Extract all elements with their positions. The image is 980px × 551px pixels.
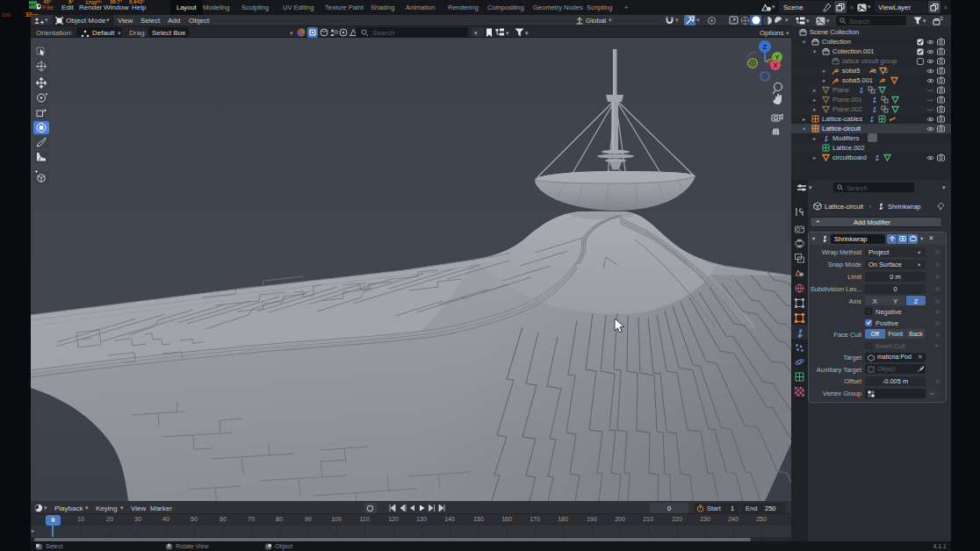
svg-text:O: O <box>940 17 943 21</box>
svg-text:Y: Y <box>775 54 780 61</box>
svg-text:X: X <box>774 62 778 68</box>
svg-text:Z: Z <box>763 43 767 51</box>
